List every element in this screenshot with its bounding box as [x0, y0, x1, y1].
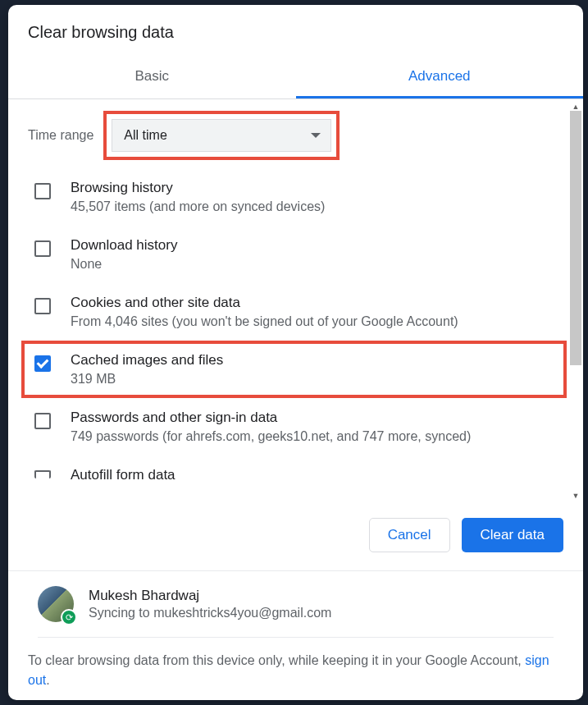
scrollbar[interactable]: ▲ ▼ — [570, 104, 581, 500]
item-title: Autofill form data — [71, 467, 175, 483]
account-sync-status: Syncing to mukeshtricks4you@gmail.com — [89, 606, 331, 620]
footer-note: To clear browsing data from this device … — [28, 638, 563, 690]
time-range-row: Time range All time — [28, 99, 567, 168]
scroll-area: Time range All time Browsing history 45,… — [8, 99, 583, 500]
clear-data-button[interactable]: Clear data — [462, 518, 563, 552]
tabs: Basic Advanced — [8, 57, 583, 99]
item-title: Browsing history — [71, 180, 325, 196]
cached-highlight: Cached images and files 319 MB — [21, 341, 567, 398]
time-range-label: Time range — [28, 128, 93, 143]
checkbox-browsing-history[interactable] — [34, 183, 51, 199]
item-download-history: Download history None — [28, 226, 567, 283]
time-range-value: All time — [124, 128, 166, 143]
tab-basic[interactable]: Basic — [8, 57, 296, 98]
item-desc: 749 passwords (for ahrefs.com, geeks10.n… — [71, 429, 471, 444]
item-title: Passwords and other sign-in data — [71, 410, 471, 426]
account-section: ⟳ Mukesh Bhardwaj Syncing to mukeshtrick… — [8, 571, 583, 700]
account-name: Mukesh Bhardwaj — [89, 588, 331, 604]
item-cached: Cached images and files 319 MB — [28, 344, 563, 395]
clear-browsing-data-dialog: Clear browsing data Basic Advanced Time … — [8, 5, 583, 700]
item-browsing-history: Browsing history 45,507 items (and more … — [28, 168, 567, 226]
sync-icon: ⟳ — [61, 609, 77, 625]
scrollbar-thumb[interactable] — [570, 111, 581, 365]
checkbox-passwords[interactable] — [34, 413, 51, 429]
chevron-down-icon — [311, 133, 321, 138]
item-desc: 45,507 items (and more on synced devices… — [71, 199, 325, 214]
checkbox-cached[interactable] — [34, 355, 51, 372]
item-cookies: Cookies and other site data From 4,046 s… — [28, 283, 567, 341]
item-desc: From 4,046 sites (you won't be signed ou… — [71, 314, 458, 329]
account-row: ⟳ Mukesh Bhardwaj Syncing to mukeshtrick… — [38, 586, 554, 638]
item-passwords: Passwords and other sign-in data 749 pas… — [28, 398, 567, 456]
checkbox-cookies[interactable] — [34, 298, 51, 314]
item-desc: 319 MB — [71, 372, 223, 387]
item-title: Cached images and files — [71, 352, 223, 369]
item-title: Download history — [71, 237, 177, 254]
item-autofill: Autofill form data — [28, 456, 567, 483]
content-area: Time range All time Browsing history 45,… — [8, 99, 583, 500]
item-desc: None — [71, 257, 177, 272]
cancel-button[interactable]: Cancel — [369, 518, 450, 552]
scroll-down-icon[interactable]: ▼ — [570, 490, 581, 500]
avatar: ⟳ — [38, 586, 74, 622]
checkbox-download-history[interactable] — [34, 240, 51, 257]
item-title: Cookies and other site data — [71, 295, 458, 311]
dialog-buttons: Cancel Clear data — [8, 500, 583, 571]
tab-advanced[interactable]: Advanced — [296, 57, 584, 98]
checkbox-autofill[interactable] — [34, 470, 51, 478]
dialog-title: Clear browsing data — [8, 5, 583, 57]
time-range-dropdown[interactable]: All time — [112, 119, 331, 152]
time-range-highlight: All time — [107, 114, 336, 157]
footer-note-text: To clear browsing data from this device … — [28, 653, 525, 667]
